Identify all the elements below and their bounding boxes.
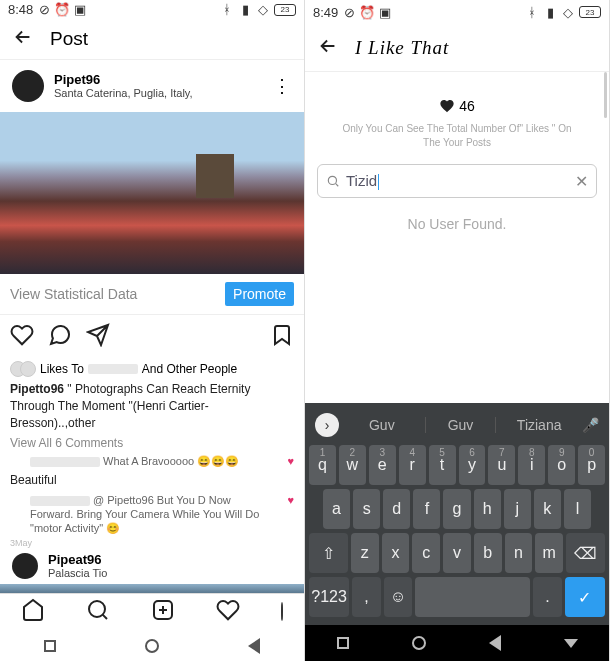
key-b[interactable]: b xyxy=(474,533,502,573)
post-author-row: Pipet96 Santa Caterina, Puglia, Italy, ⋮ xyxy=(0,60,304,112)
key-k[interactable]: k xyxy=(534,489,561,529)
avatar[interactable] xyxy=(12,553,38,579)
activity-icon[interactable] xyxy=(216,598,240,626)
recents-button[interactable] xyxy=(337,637,349,649)
key-2[interactable]: 2w xyxy=(339,445,366,485)
key-1[interactable]: 1q xyxy=(309,445,336,485)
mic-icon[interactable]: 🎤 xyxy=(582,417,599,433)
redacted-name xyxy=(88,364,138,374)
key-3[interactable]: 3e xyxy=(369,445,396,485)
key-g[interactable]: g xyxy=(443,489,470,529)
post-username[interactable]: Pipeat96 xyxy=(48,552,292,568)
key-l[interactable]: l xyxy=(564,489,591,529)
share-icon[interactable] xyxy=(86,323,110,351)
comment-text: What A Bravooooo 😄😄😄 xyxy=(103,455,239,467)
battery-icon: 23 xyxy=(274,4,296,16)
key-8[interactable]: 8i xyxy=(518,445,545,485)
dnd-icon: ⊘ xyxy=(37,3,51,17)
backspace-key[interactable]: ⌫ xyxy=(566,533,605,573)
key-n[interactable]: n xyxy=(505,533,533,573)
suggestion[interactable]: Tiziana xyxy=(504,417,574,433)
key-s[interactable]: s xyxy=(353,489,380,529)
key-5[interactable]: 5t xyxy=(429,445,456,485)
shift-key[interactable]: ⇧ xyxy=(309,533,348,573)
home-button[interactable] xyxy=(145,639,159,653)
android-nav-bar xyxy=(305,625,609,661)
period-key[interactable]: . xyxy=(533,577,562,617)
post-username[interactable]: Pipet96 xyxy=(54,72,262,88)
more-options-icon[interactable]: ⋮ xyxy=(272,75,292,97)
post-image[interactable] xyxy=(0,112,304,274)
enter-key[interactable]: ✓ xyxy=(565,577,605,617)
back-arrow-icon[interactable] xyxy=(317,35,339,61)
signal-icon: ▮ xyxy=(238,3,252,17)
home-icon[interactable] xyxy=(21,598,45,626)
heart-icon xyxy=(439,98,455,114)
key-6[interactable]: 6y xyxy=(459,445,486,485)
sync-icon: ▣ xyxy=(73,3,87,17)
search-input[interactable]: Tizid ✕ xyxy=(317,164,597,198)
key-x[interactable]: x xyxy=(382,533,410,573)
bookmark-icon[interactable] xyxy=(270,323,294,351)
post-actions xyxy=(0,315,304,359)
symbols-key[interactable]: ?123 xyxy=(309,577,349,617)
back-arrow-icon[interactable] xyxy=(12,26,34,52)
key-f[interactable]: f xyxy=(413,489,440,529)
new-post-icon[interactable] xyxy=(151,598,175,626)
home-button[interactable] xyxy=(412,636,426,650)
key-4[interactable]: 4r xyxy=(399,445,426,485)
key-9[interactable]: 9o xyxy=(548,445,575,485)
emoji-key[interactable]: ☺ xyxy=(384,577,413,617)
promote-button[interactable]: Promote xyxy=(225,282,294,306)
suggestion[interactable]: Guv xyxy=(425,417,497,433)
key-v[interactable]: v xyxy=(443,533,471,573)
image-content xyxy=(196,154,234,198)
key-a[interactable]: a xyxy=(323,489,350,529)
key-m[interactable]: m xyxy=(535,533,563,573)
key-z[interactable]: z xyxy=(351,533,379,573)
post-location[interactable]: Palascia Tio xyxy=(48,567,292,580)
view-stats-link[interactable]: View Statistical Data xyxy=(10,286,137,302)
dnd-icon: ⊘ xyxy=(342,5,356,19)
view-all-comments[interactable]: View All 6 Comments xyxy=(0,434,304,452)
post-date: 3May xyxy=(0,538,304,548)
space-key[interactable] xyxy=(415,577,530,617)
next-post-author-row: Pipeat96 Palascia Tio xyxy=(0,548,304,585)
likes-count: 46 xyxy=(317,98,597,114)
keyboard-hide-button[interactable] xyxy=(564,639,578,648)
back-button[interactable] xyxy=(248,638,260,654)
page-title: I Like That xyxy=(355,37,449,59)
recents-button[interactable] xyxy=(44,640,56,652)
likes-row[interactable]: Likes To And Other People xyxy=(0,359,304,379)
wifi-icon: ◇ xyxy=(561,5,575,19)
next-post-image[interactable] xyxy=(0,584,304,592)
key-7[interactable]: 7u xyxy=(488,445,515,485)
scrollbar[interactable] xyxy=(604,72,607,118)
key-0[interactable]: 0p xyxy=(578,445,605,485)
search-nav-icon[interactable] xyxy=(86,598,110,626)
expand-suggestions-icon[interactable]: › xyxy=(315,413,339,437)
battery-icon: 23 xyxy=(579,6,601,18)
comment-label: Beautiful xyxy=(10,473,57,487)
suggestion-bar: › Guv Guv Tiziana 🎤 xyxy=(309,409,605,445)
signal-icon: ▮ xyxy=(543,5,557,19)
suggestion[interactable]: Guv xyxy=(347,417,417,433)
liker-avatars xyxy=(10,361,36,377)
comment-like-icon[interactable]: ♥ xyxy=(287,454,294,468)
post-location[interactable]: Santa Caterina, Puglia, Italy, xyxy=(54,87,262,100)
caption-username[interactable]: Pipetto96 xyxy=(10,382,64,396)
comment-icon[interactable] xyxy=(48,323,72,351)
profile-nav-icon[interactable] xyxy=(281,603,283,621)
avatar[interactable] xyxy=(12,70,44,102)
status-time: 8:49 xyxy=(313,5,338,20)
key-c[interactable]: c xyxy=(412,533,440,573)
comma-key[interactable]: , xyxy=(352,577,381,617)
like-icon[interactable] xyxy=(10,323,34,351)
comment-like-icon[interactable]: ♥ xyxy=(287,493,294,507)
key-h[interactable]: h xyxy=(474,489,501,529)
back-button[interactable] xyxy=(489,635,501,651)
clear-icon[interactable]: ✕ xyxy=(575,172,588,191)
comment-mention[interactable]: @ Pipetto96 But You D Now xyxy=(93,494,231,506)
key-j[interactable]: j xyxy=(504,489,531,529)
key-d[interactable]: d xyxy=(383,489,410,529)
